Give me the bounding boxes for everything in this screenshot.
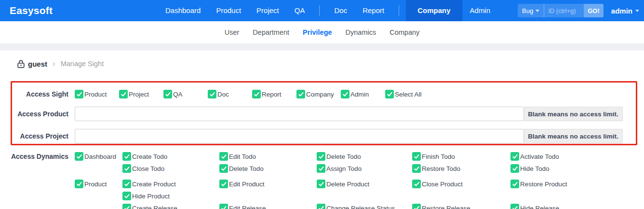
checkbox-project[interactable]: Project bbox=[119, 90, 163, 98]
subnav-item-company[interactable]: Company bbox=[383, 21, 426, 43]
nav-item-project[interactable]: Project bbox=[249, 0, 287, 21]
nav-item-qa[interactable]: QA bbox=[287, 0, 313, 21]
nav-item-admin[interactable]: Admin bbox=[462, 0, 498, 21]
checked-checkbox-icon[interactable] bbox=[252, 90, 261, 98]
app-logo[interactable]: Easysoft bbox=[10, 0, 53, 21]
user-menu[interactable]: admin bbox=[611, 7, 641, 15]
chevron-down-icon bbox=[635, 10, 639, 12]
go-button[interactable]: GO! bbox=[584, 4, 604, 17]
checked-checkbox-icon[interactable] bbox=[119, 90, 128, 98]
checkbox-company[interactable]: Company bbox=[296, 90, 340, 98]
nav-item-product[interactable]: Product bbox=[208, 0, 249, 21]
checked-checkbox-icon[interactable] bbox=[75, 90, 83, 98]
checked-checkbox-icon[interactable] bbox=[219, 152, 228, 161]
access-project-label: Access Project bbox=[0, 132, 75, 140]
search-type-select[interactable]: Bug bbox=[518, 4, 544, 17]
checkbox-delete-todo[interactable]: Delete Todo bbox=[219, 164, 317, 173]
checkbox-admin[interactable]: Admin bbox=[341, 90, 385, 98]
checkbox-qa[interactable]: QA bbox=[163, 90, 207, 98]
checked-checkbox-icon[interactable] bbox=[296, 90, 305, 98]
checked-checkbox-icon[interactable] bbox=[341, 90, 349, 98]
checked-checkbox-icon[interactable] bbox=[385, 90, 394, 98]
checkbox-hide-release[interactable]: Hide Release bbox=[510, 204, 567, 209]
checked-checkbox-icon[interactable] bbox=[75, 152, 83, 161]
checkbox-dashboard[interactable]: Dashboard bbox=[75, 152, 122, 161]
checkbox-label: Restore Todo bbox=[422, 165, 460, 172]
checked-checkbox-icon[interactable] bbox=[412, 164, 421, 173]
checkbox-label: Product bbox=[84, 91, 107, 98]
checked-checkbox-icon[interactable] bbox=[219, 204, 228, 209]
checkbox-create-product[interactable]: Create Product bbox=[122, 180, 219, 188]
nav-item-report[interactable]: Report bbox=[355, 0, 392, 21]
subnav-item-privilege[interactable]: Privilege bbox=[296, 21, 338, 43]
checkbox-hide-todo[interactable]: Hide Todo bbox=[510, 164, 567, 173]
checkbox-assign-todo[interactable]: Assign Todo bbox=[317, 164, 412, 173]
checkbox-product[interactable]: Product bbox=[75, 180, 122, 188]
checkbox-close-product[interactable]: Close Product bbox=[412, 180, 510, 188]
checkbox-select-all[interactable]: Select All bbox=[385, 90, 429, 98]
checkbox-label: Delete Todo bbox=[326, 153, 361, 160]
checkbox-restore-product[interactable]: Restore Product bbox=[510, 180, 567, 188]
search-input[interactable] bbox=[544, 4, 584, 17]
checked-checkbox-icon[interactable] bbox=[208, 90, 216, 98]
checked-checkbox-icon[interactable] bbox=[510, 180, 519, 188]
checked-checkbox-icon[interactable] bbox=[219, 164, 228, 173]
dynamics-row: DashboardCreate TodoEdit TodoDelete Todo… bbox=[75, 152, 567, 161]
checkbox-label: Dashboard bbox=[84, 153, 116, 160]
checkbox-create-todo[interactable]: Create Todo bbox=[122, 152, 219, 161]
checked-checkbox-icon[interactable] bbox=[122, 164, 131, 173]
checkbox-label: Company bbox=[306, 91, 334, 98]
checked-checkbox-icon[interactable] bbox=[412, 204, 421, 209]
checked-checkbox-icon[interactable] bbox=[122, 192, 131, 200]
access-product-input[interactable] bbox=[75, 107, 524, 121]
nav-item-doc[interactable]: Doc bbox=[326, 0, 355, 21]
checked-checkbox-icon[interactable] bbox=[122, 204, 131, 209]
checkbox-restore-todo[interactable]: Restore Todo bbox=[412, 164, 510, 173]
checkbox-edit-todo[interactable]: Edit Todo bbox=[219, 152, 317, 161]
checked-checkbox-icon[interactable] bbox=[510, 152, 519, 161]
checkbox-label: Restore Release bbox=[422, 205, 470, 209]
checkbox-edit-product[interactable]: Edit Product bbox=[219, 180, 317, 188]
checked-checkbox-icon[interactable] bbox=[75, 180, 83, 188]
checkbox-finish-todo[interactable]: Finish Todo bbox=[412, 152, 510, 161]
breadcrumb-group[interactable]: guest bbox=[28, 60, 47, 68]
checked-checkbox-icon[interactable] bbox=[510, 204, 519, 209]
dynamics-row: ProductCreate ProductEdit ProductDelete … bbox=[75, 180, 567, 188]
checked-checkbox-icon[interactable] bbox=[412, 152, 421, 161]
checked-checkbox-icon[interactable] bbox=[317, 152, 325, 161]
checkbox-close-todo[interactable]: Close Todo bbox=[122, 164, 219, 173]
checked-checkbox-icon[interactable] bbox=[317, 180, 325, 188]
access-project-input[interactable] bbox=[75, 129, 524, 143]
subnav-item-department[interactable]: Department bbox=[246, 21, 296, 43]
checkbox-delete-product[interactable]: Delete Product bbox=[317, 180, 412, 188]
checkbox-restore-release[interactable]: Restore Release bbox=[412, 204, 510, 209]
checked-checkbox-icon[interactable] bbox=[317, 204, 325, 209]
navbar-right: Bug GO! admin bbox=[518, 0, 641, 21]
checked-checkbox-icon[interactable] bbox=[122, 180, 131, 188]
checkbox-edit-release[interactable]: Edit Release bbox=[219, 204, 317, 209]
nav-item-dashboard[interactable]: Dashboard bbox=[158, 0, 208, 21]
nav-item-company[interactable]: Company bbox=[406, 0, 462, 21]
subnav-item-dynamics[interactable]: Dynamics bbox=[339, 21, 383, 43]
checked-checkbox-icon[interactable] bbox=[412, 180, 421, 188]
dynamics-row: Close TodoDelete TodoAssign TodoRestore … bbox=[75, 164, 567, 173]
checkbox-product[interactable]: Product bbox=[75, 90, 119, 98]
nav-divider bbox=[399, 5, 399, 16]
access-product-label: Access Product bbox=[0, 110, 75, 118]
checkbox-label: Doc bbox=[217, 91, 229, 98]
checkbox-doc[interactable]: Doc bbox=[208, 90, 252, 98]
checkbox-change-release-status[interactable]: Change Release Status bbox=[317, 204, 412, 209]
checkbox-create-release[interactable]: Create Release bbox=[122, 204, 219, 209]
checked-checkbox-icon[interactable] bbox=[163, 90, 172, 98]
checked-checkbox-icon[interactable] bbox=[219, 180, 228, 188]
checkbox-label: QA bbox=[173, 91, 183, 98]
checkbox-delete-todo[interactable]: Delete Todo bbox=[317, 152, 412, 161]
checkbox-report[interactable]: Report bbox=[252, 90, 296, 98]
subnav-item-user[interactable]: User bbox=[218, 21, 246, 43]
checkbox-hide-product[interactable]: Hide Product bbox=[122, 192, 219, 200]
checked-checkbox-icon[interactable] bbox=[317, 164, 325, 173]
checked-checkbox-icon[interactable] bbox=[510, 164, 519, 173]
global-search: Bug GO! bbox=[518, 4, 604, 17]
checkbox-activate-todo[interactable]: Activate Todo bbox=[510, 152, 567, 161]
checked-checkbox-icon[interactable] bbox=[122, 152, 131, 161]
